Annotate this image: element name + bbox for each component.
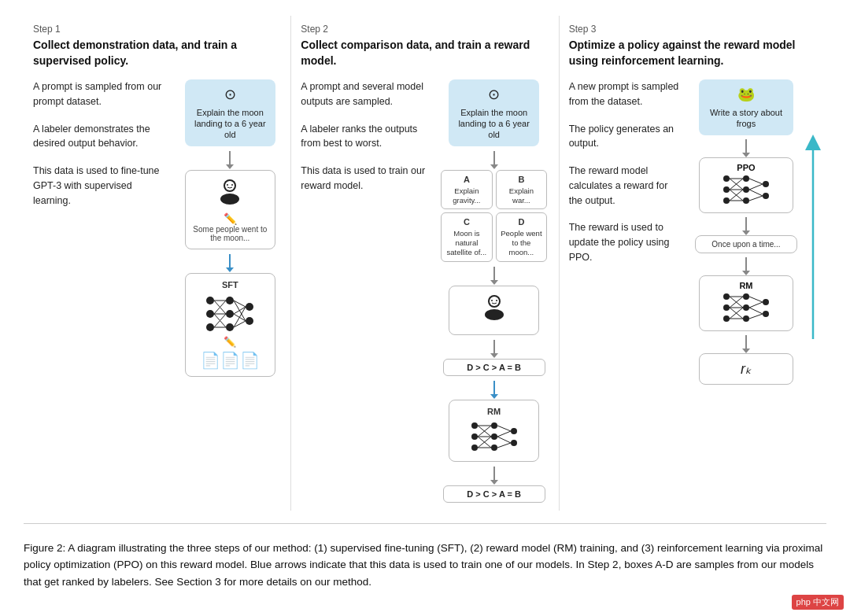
output-c-label: C [445, 216, 488, 227]
svg-point-57 [763, 193, 769, 199]
svg-line-66 [749, 184, 763, 190]
step1-text2: A labeler demonstrates the desired outpu… [33, 122, 169, 152]
arrow3 [493, 267, 495, 281]
rk-box: rₖ [699, 353, 793, 385]
step3-text2: The policy generates an output. [569, 122, 682, 152]
step2-text: A prompt and several model outputs are s… [301, 79, 429, 206]
svg-point-28 [490, 297, 499, 306]
arrow7 [745, 217, 747, 231]
step3-text4: The reward is used to update the policy … [569, 220, 682, 264]
step3-prompt-box: 🐸 Write a story about frogs [699, 79, 793, 135]
watermark-text: php 中文网 [796, 597, 839, 607]
step2-prompt-text: Explain the moon landing to a 6 year old [458, 108, 530, 140]
svg-point-1 [220, 194, 239, 205]
svg-point-69 [723, 304, 730, 311]
doc-icons: 📄📄📄 [190, 351, 270, 370]
step2-network-box: RM [449, 400, 539, 462]
blue-arrow2 [493, 381, 495, 395]
step2-person-icon [456, 293, 532, 326]
step1-diagram: ⊙ Explain the moon landing to a 6 year o… [179, 79, 281, 377]
arrow2 [493, 151, 495, 165]
output-d: D People went to the moon... [496, 212, 548, 261]
diagram-area: Step 1 Collect demonstration data, and t… [24, 16, 826, 524]
svg-point-32 [471, 422, 478, 429]
svg-point-75 [763, 299, 769, 305]
svg-point-12 [246, 317, 253, 325]
step3-text1: A new prompt is sampled from the dataset… [569, 79, 682, 109]
output-c: C Moon is natural satellite of... [441, 212, 493, 261]
arrow6 [745, 139, 747, 153]
output-c-text: Moon is natural satellite of... [445, 229, 488, 258]
step2-text2: A labeler ranks the outputs from best to… [301, 122, 429, 152]
step1-text3: This data is used to fine-tune GPT-3 wit… [33, 164, 169, 208]
svg-point-31 [471, 433, 478, 440]
svg-point-76 [763, 311, 769, 317]
step1-text1: A prompt is sampled from our prompt data… [33, 79, 169, 109]
svg-line-85 [749, 302, 763, 308]
svg-point-56 [763, 181, 769, 187]
svg-point-8 [226, 297, 234, 304]
person-icon [192, 177, 268, 211]
step3-diagram-wrapper: 🐸 Write a story about frogs PPO [691, 79, 817, 385]
watermark-badge: php 中文网 [792, 595, 844, 610]
step1-text: A prompt is sampled from our prompt data… [33, 79, 169, 220]
svg-line-67 [749, 190, 763, 196]
output-a-label: A [445, 174, 488, 185]
svg-point-71 [723, 315, 730, 322]
step3-label: Step 3 [569, 24, 817, 35]
svg-point-74 [743, 315, 749, 322]
ranking-label: D > C > A = B [443, 359, 545, 376]
ppo-label: PPO [704, 163, 788, 172]
pencil-icon2: ✏️ [190, 336, 270, 348]
svg-point-72 [743, 293, 749, 300]
svg-line-68 [749, 196, 763, 201]
svg-point-34 [491, 422, 497, 429]
step1-network-box: SFT [185, 273, 275, 377]
blue-arrow1 [229, 254, 231, 268]
svg-point-3 [227, 184, 228, 186]
final-ranking: D > C > A = B [443, 485, 545, 503]
output-a-text: Explain gravity... [445, 186, 488, 206]
svg-point-38 [511, 440, 517, 446]
step2-diagram: ⊙ Explain the moon landing to a 6 year o… [439, 79, 549, 503]
step2-text1: A prompt and several model outputs are s… [301, 79, 429, 109]
step2-prompt-box: ⊙ Explain the moon landing to a 6 year o… [449, 79, 539, 146]
svg-line-48 [497, 437, 511, 443]
rm-label: RM [704, 281, 788, 290]
ppo-box: PPO [699, 157, 793, 213]
prompt-icon: ⊙ [193, 86, 268, 104]
svg-point-50 [723, 186, 730, 193]
output-a: A Explain gravity... [441, 170, 493, 209]
step2-prompt-icon: ⊙ [456, 86, 531, 104]
step1-column: Step 1 Collect demonstration data, and t… [24, 16, 291, 511]
step2-column: Step 2 Collect comparison data, and trai… [291, 16, 559, 511]
svg-line-86 [749, 308, 763, 314]
svg-point-4 [231, 184, 233, 186]
output-b: B Explain war... [496, 170, 548, 209]
output-d-label: D [501, 216, 543, 227]
step3-text: A new prompt is sampled from the dataset… [569, 79, 682, 278]
svg-line-84 [749, 297, 763, 302]
arrow4 [493, 340, 495, 354]
rm-box: RM [699, 275, 793, 331]
step2-network-label: RM [454, 407, 534, 416]
arrow1 [229, 151, 231, 165]
output-b-label: B [501, 174, 543, 185]
output-b-text: Explain war... [501, 186, 543, 206]
step3-prompt-text: Write a story about frogs [710, 108, 782, 128]
svg-point-52 [723, 197, 730, 204]
svg-point-53 [743, 175, 749, 182]
step1-person-box: ✏️ Some people went to the moon... [185, 170, 275, 249]
outputs-grid: A Explain gravity... B Explain war... C … [441, 170, 547, 261]
svg-point-54 [743, 186, 749, 193]
arrow5 [493, 467, 495, 481]
svg-point-73 [743, 304, 749, 311]
arrow9 [745, 335, 747, 349]
svg-point-35 [491, 433, 497, 440]
svg-point-27 [485, 309, 504, 320]
step3-column: Step 3 Optimize a policy against the rew… [560, 16, 826, 511]
svg-point-33 [471, 444, 478, 451]
ppo-feedback-arrow [801, 127, 825, 347]
step2-text3: This data is used to train our reward mo… [301, 164, 429, 194]
step3-diagram: 🐸 Write a story about frogs PPO [691, 79, 801, 385]
